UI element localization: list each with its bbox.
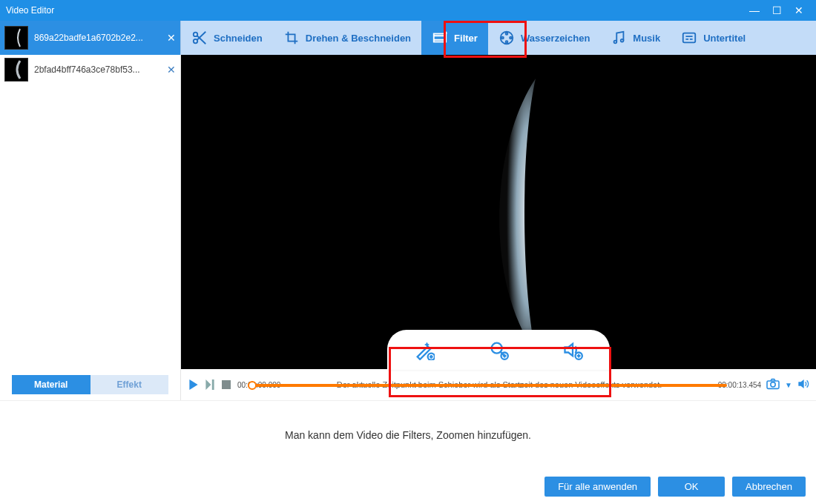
cancel-button[interactable]: Abbrechen — [732, 477, 806, 497]
ok-button[interactable]: OK — [658, 477, 725, 497]
maximize-button[interactable]: ☐ — [766, 4, 788, 16]
subtitle-icon — [681, 30, 697, 46]
file-thumbnail — [4, 26, 28, 50]
svg-rect-17 — [222, 380, 231, 389]
sidebar: 2bfad4bff746a3ce78bf53... ✕ — [0, 55, 181, 369]
tool-label: Musik — [633, 33, 660, 44]
video-preview[interactable] — [181, 55, 816, 369]
snapshot-button[interactable] — [766, 378, 780, 391]
music-note-icon — [611, 30, 627, 46]
timeline: 00:00:00.000 Der aktuelle Zeitpunkt beim… — [181, 378, 816, 391]
file-name-label: 2bfad4bff746a3ce78bf53... — [34, 64, 161, 75]
description-text: Man kann dem Video die Filters, Zoomen h… — [0, 400, 816, 468]
add-audio-button[interactable] — [562, 339, 584, 361]
svg-point-7 — [501, 37, 504, 39]
tool-subtitle[interactable]: Untertitel — [671, 21, 756, 55]
sidebar-file-active: 869a22badfe1a6702b2e2... ✕ — [0, 21, 181, 55]
tab-material[interactable]: Material — [12, 375, 91, 394]
svg-point-10 — [621, 39, 624, 42]
svg-point-6 — [506, 41, 508, 43]
play-button[interactable] — [187, 378, 200, 391]
apply-all-button[interactable]: Für alle anwenden — [544, 477, 651, 497]
effect-tools-popover — [387, 330, 610, 370]
reel-icon — [499, 30, 515, 46]
panel-tabs: Material Effekt — [0, 369, 181, 400]
svg-point-5 — [506, 33, 508, 35]
stop-button[interactable] — [220, 378, 233, 391]
svg-point-8 — [510, 37, 512, 39]
tool-label: Filter — [454, 33, 478, 44]
svg-point-19 — [771, 382, 775, 387]
tool-filter[interactable]: Filter — [421, 21, 488, 55]
step-button[interactable] — [203, 378, 217, 391]
svg-rect-12 — [409, 56, 588, 368]
tool-label: Schneiden — [214, 33, 263, 44]
minimize-button[interactable]: — — [743, 4, 766, 16]
window-title: Video Editor — [6, 5, 54, 16]
tool-rotate-crop[interactable]: Drehen & Beschneiden — [273, 21, 421, 55]
file-close-button[interactable]: ✕ — [167, 32, 176, 44]
volume-button[interactable] — [797, 378, 810, 391]
tool-music[interactable]: Musik — [600, 21, 671, 55]
toolbar: Schneiden Drehen & Beschneiden Filter Wa… — [181, 21, 816, 55]
tool-cut[interactable]: Schneiden — [181, 21, 273, 55]
svg-point-9 — [614, 41, 617, 44]
svg-point-14 — [492, 343, 502, 354]
button-bar: Für alle anwenden OK Abbrechen — [0, 468, 816, 504]
tab-effect[interactable]: Effekt — [91, 375, 169, 394]
svg-point-4 — [501, 32, 513, 44]
tool-label: Wasserzeichen — [521, 33, 590, 44]
svg-rect-2 — [434, 34, 447, 42]
tool-label: Drehen & Beschneiden — [306, 33, 411, 44]
file-name-label: 869a22badfe1a6702b2e2... — [34, 33, 161, 43]
file-thumbnail — [4, 58, 28, 82]
add-zoom-button[interactable] — [487, 339, 510, 361]
tool-watermark[interactable]: Wasserzeichen — [488, 21, 600, 55]
titlebar: Video Editor — ☐ ✕ — [0, 0, 816, 21]
tool-label: Untertitel — [703, 33, 746, 44]
chevron-down-icon[interactable]: ▼ — [785, 381, 792, 389]
timeline-track[interactable] — [248, 384, 727, 387]
add-filter-button[interactable] — [413, 339, 435, 361]
filmstrip-icon — [432, 30, 448, 46]
svg-point-1 — [194, 39, 198, 44]
file-item[interactable]: 2bfad4bff746a3ce78bf53... ✕ — [0, 55, 180, 84]
file-item[interactable]: 869a22badfe1a6702b2e2... ✕ — [0, 21, 180, 55]
crop-rotate-icon — [283, 30, 300, 46]
scissors-icon — [191, 30, 208, 46]
svg-rect-11 — [683, 33, 696, 43]
file-close-button[interactable]: ✕ — [167, 64, 176, 76]
close-button[interactable]: ✕ — [788, 4, 810, 16]
svg-point-0 — [194, 33, 198, 37]
timeline-scrubber[interactable] — [248, 381, 257, 390]
svg-point-3 — [444, 32, 447, 34]
